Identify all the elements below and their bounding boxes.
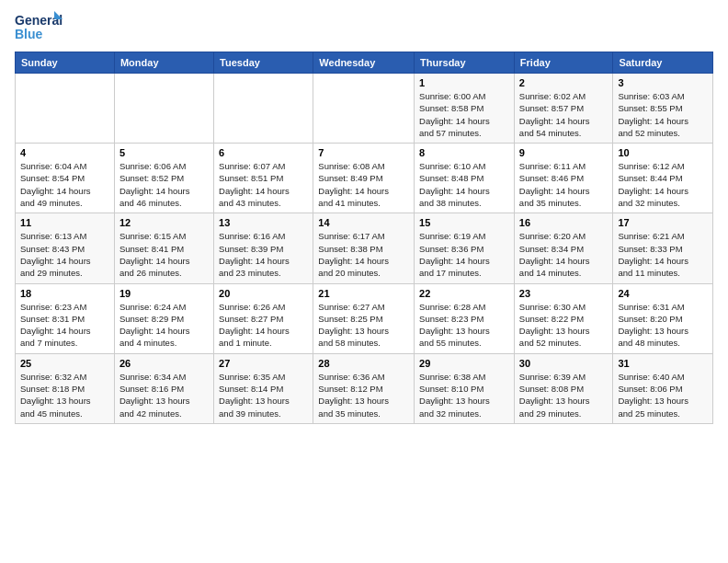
day-number: 15 bbox=[419, 217, 509, 228]
calendar-header-row: SundayMondayTuesdayWednesdayThursdayFrid… bbox=[16, 52, 713, 74]
calendar-cell: 5Sunrise: 6:06 AMSunset: 8:52 PMDaylight… bbox=[114, 144, 213, 213]
day-info: Sunrise: 6:11 AMSunset: 8:46 PMDaylight:… bbox=[519, 160, 609, 209]
day-info: Sunrise: 6:34 AMSunset: 8:16 PMDaylight:… bbox=[119, 371, 209, 419]
day-info: Sunrise: 6:19 AMSunset: 8:36 PMDaylight:… bbox=[419, 230, 509, 279]
week-row-1: 4Sunrise: 6:04 AMSunset: 8:54 PMDaylight… bbox=[16, 144, 713, 213]
day-info: Sunrise: 6:23 AMSunset: 8:31 PMDaylight:… bbox=[20, 301, 109, 350]
day-number: 2 bbox=[519, 77, 609, 88]
header-saturday: Saturday bbox=[613, 52, 713, 74]
day-number: 12 bbox=[119, 217, 209, 228]
day-info: Sunrise: 6:17 AMSunset: 8:38 PMDaylight:… bbox=[318, 230, 409, 279]
svg-text:Blue: Blue bbox=[15, 27, 43, 41]
logo: General Blue bbox=[15, 11, 63, 46]
day-info: Sunrise: 6:15 AMSunset: 8:41 PMDaylight:… bbox=[119, 230, 209, 279]
calendar-cell: 29Sunrise: 6:38 AMSunset: 8:10 PMDayligh… bbox=[415, 353, 515, 423]
day-number: 25 bbox=[20, 358, 109, 369]
calendar-cell: 11Sunrise: 6:13 AMSunset: 8:43 PMDayligh… bbox=[16, 213, 115, 283]
day-info: Sunrise: 6:36 AMSunset: 8:12 PMDaylight:… bbox=[318, 371, 409, 419]
day-number: 7 bbox=[318, 147, 409, 158]
calendar-cell: 22Sunrise: 6:28 AMSunset: 8:23 PMDayligh… bbox=[415, 283, 515, 353]
calendar-cell: 10Sunrise: 6:12 AMSunset: 8:44 PMDayligh… bbox=[613, 144, 713, 213]
day-info: Sunrise: 6:30 AMSunset: 8:22 PMDaylight:… bbox=[519, 301, 609, 350]
header-thursday: Thursday bbox=[415, 52, 515, 74]
calendar-cell: 6Sunrise: 6:07 AMSunset: 8:51 PMDaylight… bbox=[214, 144, 313, 213]
calendar-cell: 31Sunrise: 6:40 AMSunset: 8:06 PMDayligh… bbox=[613, 353, 713, 423]
day-info: Sunrise: 6:27 AMSunset: 8:25 PMDaylight:… bbox=[318, 301, 409, 350]
day-info: Sunrise: 6:12 AMSunset: 8:44 PMDaylight:… bbox=[618, 160, 708, 209]
day-number: 11 bbox=[20, 217, 109, 228]
week-row-4: 25Sunrise: 6:32 AMSunset: 8:18 PMDayligh… bbox=[16, 353, 713, 423]
day-number: 9 bbox=[519, 147, 609, 158]
calendar-cell: 2Sunrise: 6:02 AMSunset: 8:57 PMDaylight… bbox=[514, 74, 613, 144]
week-row-2: 11Sunrise: 6:13 AMSunset: 8:43 PMDayligh… bbox=[16, 213, 713, 283]
calendar-cell: 21Sunrise: 6:27 AMSunset: 8:25 PMDayligh… bbox=[313, 283, 415, 353]
page: General Blue SundayMondayTuesdayWednesda… bbox=[0, 0, 728, 431]
day-number: 18 bbox=[20, 288, 109, 299]
day-info: Sunrise: 6:20 AMSunset: 8:34 PMDaylight:… bbox=[519, 230, 609, 279]
day-number: 13 bbox=[219, 217, 308, 228]
calendar-table: SundayMondayTuesdayWednesdayThursdayFrid… bbox=[15, 52, 713, 424]
header-tuesday: Tuesday bbox=[214, 52, 313, 74]
calendar-cell: 3Sunrise: 6:03 AMSunset: 8:55 PMDaylight… bbox=[613, 74, 713, 144]
day-info: Sunrise: 6:00 AMSunset: 8:58 PMDaylight:… bbox=[419, 90, 509, 139]
day-info: Sunrise: 6:10 AMSunset: 8:48 PMDaylight:… bbox=[419, 160, 509, 209]
day-info: Sunrise: 6:35 AMSunset: 8:14 PMDaylight:… bbox=[219, 371, 308, 419]
day-info: Sunrise: 6:40 AMSunset: 8:06 PMDaylight:… bbox=[618, 371, 708, 419]
calendar-cell bbox=[214, 74, 313, 144]
calendar-cell: 23Sunrise: 6:30 AMSunset: 8:22 PMDayligh… bbox=[514, 283, 613, 353]
calendar-cell: 13Sunrise: 6:16 AMSunset: 8:39 PMDayligh… bbox=[214, 213, 313, 283]
week-row-0: 1Sunrise: 6:00 AMSunset: 8:58 PMDaylight… bbox=[16, 74, 713, 144]
calendar-cell: 26Sunrise: 6:34 AMSunset: 8:16 PMDayligh… bbox=[114, 353, 213, 423]
calendar-cell: 8Sunrise: 6:10 AMSunset: 8:48 PMDaylight… bbox=[415, 144, 515, 213]
day-number: 17 bbox=[618, 217, 708, 228]
calendar-cell bbox=[114, 74, 213, 144]
calendar-cell: 4Sunrise: 6:04 AMSunset: 8:54 PMDaylight… bbox=[16, 144, 115, 213]
day-number: 19 bbox=[119, 288, 209, 299]
calendar-cell: 25Sunrise: 6:32 AMSunset: 8:18 PMDayligh… bbox=[16, 353, 115, 423]
day-number: 16 bbox=[519, 217, 609, 228]
calendar-cell: 7Sunrise: 6:08 AMSunset: 8:49 PMDaylight… bbox=[313, 144, 415, 213]
header-monday: Monday bbox=[114, 52, 213, 74]
calendar-cell: 19Sunrise: 6:24 AMSunset: 8:29 PMDayligh… bbox=[114, 283, 213, 353]
calendar-cell: 12Sunrise: 6:15 AMSunset: 8:41 PMDayligh… bbox=[114, 213, 213, 283]
day-info: Sunrise: 6:31 AMSunset: 8:20 PMDaylight:… bbox=[618, 301, 708, 350]
day-number: 1 bbox=[419, 77, 509, 88]
day-number: 20 bbox=[219, 288, 308, 299]
calendar-cell: 18Sunrise: 6:23 AMSunset: 8:31 PMDayligh… bbox=[16, 283, 115, 353]
day-number: 26 bbox=[119, 358, 209, 369]
day-number: 22 bbox=[419, 288, 509, 299]
day-info: Sunrise: 6:32 AMSunset: 8:18 PMDaylight:… bbox=[20, 371, 109, 419]
calendar-cell: 15Sunrise: 6:19 AMSunset: 8:36 PMDayligh… bbox=[415, 213, 515, 283]
day-info: Sunrise: 6:08 AMSunset: 8:49 PMDaylight:… bbox=[318, 160, 409, 209]
day-info: Sunrise: 6:16 AMSunset: 8:39 PMDaylight:… bbox=[219, 230, 308, 279]
calendar-cell: 1Sunrise: 6:00 AMSunset: 8:58 PMDaylight… bbox=[415, 74, 515, 144]
day-info: Sunrise: 6:13 AMSunset: 8:43 PMDaylight:… bbox=[20, 230, 109, 279]
day-info: Sunrise: 6:21 AMSunset: 8:33 PMDaylight:… bbox=[618, 230, 708, 279]
day-number: 4 bbox=[20, 147, 109, 158]
calendar-cell bbox=[16, 74, 115, 144]
day-number: 31 bbox=[618, 358, 708, 369]
logo-svg: General Blue bbox=[15, 11, 63, 46]
header-friday: Friday bbox=[514, 52, 613, 74]
day-info: Sunrise: 6:39 AMSunset: 8:08 PMDaylight:… bbox=[519, 371, 609, 419]
calendar-cell: 9Sunrise: 6:11 AMSunset: 8:46 PMDaylight… bbox=[514, 144, 613, 213]
day-number: 5 bbox=[119, 147, 209, 158]
calendar-cell: 16Sunrise: 6:20 AMSunset: 8:34 PMDayligh… bbox=[514, 213, 613, 283]
day-info: Sunrise: 6:07 AMSunset: 8:51 PMDaylight:… bbox=[219, 160, 308, 209]
day-number: 3 bbox=[618, 77, 708, 88]
header-wednesday: Wednesday bbox=[313, 52, 415, 74]
day-number: 14 bbox=[318, 217, 409, 228]
calendar-cell: 14Sunrise: 6:17 AMSunset: 8:38 PMDayligh… bbox=[313, 213, 415, 283]
calendar-cell: 20Sunrise: 6:26 AMSunset: 8:27 PMDayligh… bbox=[214, 283, 313, 353]
calendar-cell: 28Sunrise: 6:36 AMSunset: 8:12 PMDayligh… bbox=[313, 353, 415, 423]
day-number: 29 bbox=[419, 358, 509, 369]
day-info: Sunrise: 6:04 AMSunset: 8:54 PMDaylight:… bbox=[20, 160, 109, 209]
day-number: 6 bbox=[219, 147, 308, 158]
day-number: 10 bbox=[618, 147, 708, 158]
calendar-cell: 17Sunrise: 6:21 AMSunset: 8:33 PMDayligh… bbox=[613, 213, 713, 283]
header-sunday: Sunday bbox=[16, 52, 115, 74]
week-row-3: 18Sunrise: 6:23 AMSunset: 8:31 PMDayligh… bbox=[16, 283, 713, 353]
header: General Blue bbox=[15, 11, 713, 46]
day-number: 27 bbox=[219, 358, 308, 369]
calendar-cell: 24Sunrise: 6:31 AMSunset: 8:20 PMDayligh… bbox=[613, 283, 713, 353]
